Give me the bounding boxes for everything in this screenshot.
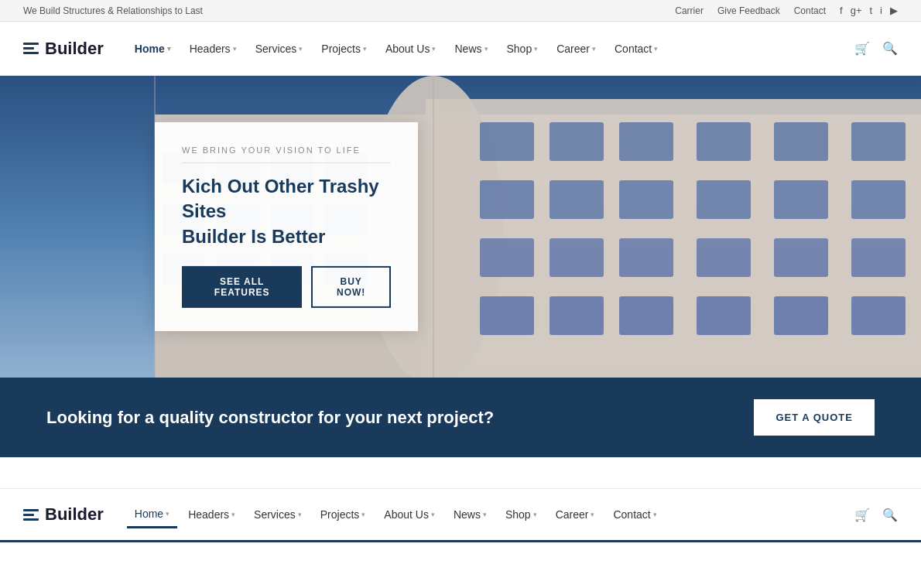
youtube-icon[interactable]: ▶ bbox=[890, 5, 898, 16]
hero-building-svg bbox=[0, 76, 921, 378]
footer-nav-link-services[interactable]: Services ▾ bbox=[246, 502, 310, 527]
hero-divider bbox=[182, 162, 391, 163]
chevron-down-icon: ▾ bbox=[298, 511, 302, 518]
footer-nav-item-news[interactable]: News ▾ bbox=[446, 502, 495, 527]
svg-rect-38 bbox=[697, 296, 751, 335]
svg-rect-24 bbox=[550, 180, 604, 219]
chevron-down-icon: ▾ bbox=[592, 45, 596, 53]
logo[interactable]: Builder bbox=[23, 39, 104, 59]
nav-link-services[interactable]: Services ▾ bbox=[248, 36, 311, 61]
nav-item-contact[interactable]: Contact ▾ bbox=[607, 36, 666, 61]
chevron-down-icon: ▾ bbox=[654, 45, 658, 53]
footer-nav-item-services[interactable]: Services ▾ bbox=[246, 502, 310, 527]
carrier-link[interactable]: Carrier bbox=[675, 5, 704, 16]
chevron-down-icon: ▾ bbox=[231, 511, 235, 518]
footer-nav-link-projects[interactable]: Projects ▾ bbox=[313, 502, 374, 527]
see-features-button[interactable]: SEE ALL FEATURES bbox=[182, 266, 302, 308]
cta-text: Looking for a quality constructor for yo… bbox=[46, 408, 494, 428]
nav-item-career[interactable]: Career ▾ bbox=[549, 36, 604, 61]
nav-items: Home ▾ Headers ▾ Services ▾ Projects ▾ A bbox=[127, 36, 847, 61]
nav-link-career[interactable]: Career ▾ bbox=[549, 36, 604, 61]
nav-link-projects[interactable]: Projects ▾ bbox=[313, 36, 375, 61]
svg-rect-22 bbox=[851, 122, 906, 161]
svg-rect-17 bbox=[480, 122, 534, 161]
footer-cart-icon[interactable]: 🛒 bbox=[854, 508, 870, 522]
nav-item-headers[interactable]: Headers ▾ bbox=[182, 36, 245, 61]
svg-rect-33 bbox=[774, 238, 828, 277]
contact-link[interactable]: Contact bbox=[794, 5, 826, 16]
chevron-down-icon: ▾ bbox=[483, 511, 487, 518]
logo-icon bbox=[23, 43, 39, 54]
chevron-down-icon: ▾ bbox=[432, 45, 436, 53]
svg-rect-34 bbox=[851, 238, 906, 277]
footer-nav-item-headers[interactable]: Headers ▾ bbox=[180, 502, 243, 527]
svg-rect-27 bbox=[774, 180, 828, 219]
footer-nav-link-shop[interactable]: Shop ▾ bbox=[498, 502, 545, 527]
footer-nav-item-projects[interactable]: Projects ▾ bbox=[313, 502, 374, 527]
top-bar-right: Carrier Give Feedback Contact f g+ t i ▶ bbox=[675, 5, 898, 16]
nav-item-home[interactable]: Home ▾ bbox=[127, 36, 179, 61]
chevron-down-icon: ▾ bbox=[431, 511, 435, 518]
chevron-down-icon: ▾ bbox=[166, 510, 169, 518]
footer-nav: Builder Home ▾ Headers ▾ Services ▾ Proj… bbox=[0, 488, 921, 542]
svg-rect-39 bbox=[774, 296, 828, 335]
nav-item-about[interactable]: About Us ▾ bbox=[378, 36, 444, 61]
chevron-down-icon: ▾ bbox=[534, 45, 538, 53]
chevron-down-icon: ▾ bbox=[361, 511, 365, 518]
footer-nav-link-about[interactable]: About Us ▾ bbox=[376, 502, 443, 527]
footer-search-icon[interactable]: 🔍 bbox=[882, 508, 898, 522]
svg-rect-31 bbox=[619, 238, 673, 277]
chevron-down-icon: ▾ bbox=[233, 45, 237, 53]
top-tagline: We Build Structures & Relationships to L… bbox=[23, 5, 203, 16]
instagram-icon[interactable]: i bbox=[880, 5, 882, 16]
nav-item-projects[interactable]: Projects ▾ bbox=[313, 36, 375, 61]
nav-item-services[interactable]: Services ▾ bbox=[248, 36, 311, 61]
svg-rect-36 bbox=[550, 296, 604, 335]
hero-overlay: WE BRING YOUR VISION TO LIFE Kich Out Ot… bbox=[155, 122, 418, 331]
footer-nav-link-career[interactable]: Career ▾ bbox=[548, 502, 603, 527]
svg-rect-20 bbox=[697, 122, 751, 161]
footer-logo[interactable]: Builder bbox=[23, 504, 104, 525]
buy-now-button[interactable]: BUY NOW! bbox=[311, 266, 391, 308]
googleplus-icon[interactable]: g+ bbox=[851, 5, 862, 16]
footer-nav-items: Home ▾ Headers ▾ Services ▾ Projects ▾ A bbox=[127, 501, 847, 528]
footer-nav-item-home[interactable]: Home ▾ bbox=[127, 501, 177, 528]
svg-rect-35 bbox=[480, 296, 534, 335]
footer-nav-item-about[interactable]: About Us ▾ bbox=[376, 502, 443, 527]
facebook-icon[interactable]: f bbox=[840, 5, 843, 16]
nav-link-about[interactable]: About Us ▾ bbox=[378, 36, 444, 61]
nav-item-shop[interactable]: Shop ▾ bbox=[499, 36, 546, 61]
logo-text: Builder bbox=[45, 39, 104, 59]
nav-link-headers[interactable]: Headers ▾ bbox=[182, 36, 245, 61]
hero-subtitle: WE BRING YOUR VISION TO LIFE bbox=[182, 145, 391, 155]
footer-nav-link-headers[interactable]: Headers ▾ bbox=[180, 502, 243, 527]
footer-nav-item-contact[interactable]: Contact ▾ bbox=[605, 502, 664, 527]
social-links: f g+ t i ▶ bbox=[840, 5, 898, 16]
cta-banner: Looking for a quality constructor for yo… bbox=[0, 378, 921, 457]
give-feedback-link[interactable]: Give Feedback bbox=[717, 5, 780, 16]
top-bar: We Build Structures & Relationships to L… bbox=[0, 0, 921, 22]
chevron-down-icon: ▾ bbox=[484, 45, 488, 53]
svg-rect-28 bbox=[851, 180, 906, 219]
chevron-down-icon: ▾ bbox=[363, 45, 367, 53]
nav-link-shop[interactable]: Shop ▾ bbox=[499, 36, 546, 61]
footer-logo-text: Builder bbox=[45, 504, 104, 525]
nav-item-news[interactable]: News ▾ bbox=[447, 36, 495, 61]
twitter-icon[interactable]: t bbox=[869, 5, 872, 16]
nav-link-news[interactable]: News ▾ bbox=[447, 36, 495, 61]
footer-nav-item-shop[interactable]: Shop ▾ bbox=[498, 502, 545, 527]
get-quote-button[interactable]: GET A QUOTE bbox=[754, 399, 875, 436]
hero-section: WE BRING YOUR VISION TO LIFE Kich Out Ot… bbox=[0, 76, 921, 378]
footer-nav-link-contact[interactable]: Contact ▾ bbox=[605, 502, 664, 527]
nav-link-home[interactable]: Home ▾ bbox=[127, 36, 179, 61]
chevron-down-icon: ▾ bbox=[533, 511, 537, 518]
footer-nav-link-news[interactable]: News ▾ bbox=[446, 502, 495, 527]
footer-nav-link-home[interactable]: Home ▾ bbox=[127, 501, 177, 526]
search-icon[interactable]: 🔍 bbox=[882, 41, 898, 56]
nav-link-contact[interactable]: Contact ▾ bbox=[607, 36, 666, 61]
svg-rect-26 bbox=[697, 180, 751, 219]
svg-rect-30 bbox=[550, 238, 604, 277]
svg-rect-18 bbox=[550, 122, 604, 161]
footer-nav-item-career[interactable]: Career ▾ bbox=[548, 502, 603, 527]
cart-icon[interactable]: 🛒 bbox=[854, 41, 870, 56]
